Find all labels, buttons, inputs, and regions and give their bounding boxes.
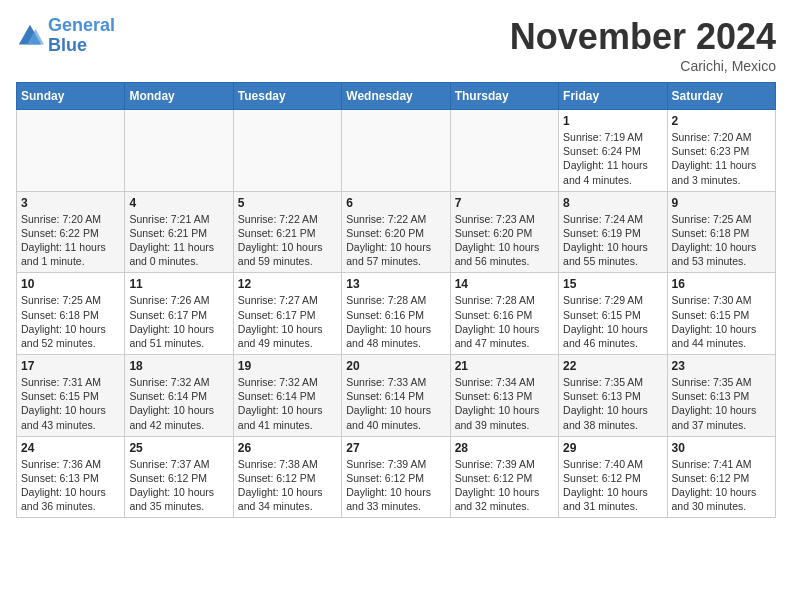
day-info: Sunrise: 7:31 AM Sunset: 6:15 PM Dayligh…: [21, 375, 120, 432]
day-info: Sunrise: 7:34 AM Sunset: 6:13 PM Dayligh…: [455, 375, 554, 432]
calendar-cell: 22Sunrise: 7:35 AM Sunset: 6:13 PM Dayli…: [559, 355, 667, 437]
calendar-cell: 11Sunrise: 7:26 AM Sunset: 6:17 PM Dayli…: [125, 273, 233, 355]
calendar-cell: 10Sunrise: 7:25 AM Sunset: 6:18 PM Dayli…: [17, 273, 125, 355]
day-number: 11: [129, 277, 228, 291]
day-info: Sunrise: 7:25 AM Sunset: 6:18 PM Dayligh…: [672, 212, 771, 269]
day-info: Sunrise: 7:20 AM Sunset: 6:23 PM Dayligh…: [672, 130, 771, 187]
day-number: 8: [563, 196, 662, 210]
day-info: Sunrise: 7:32 AM Sunset: 6:14 PM Dayligh…: [238, 375, 337, 432]
day-info: Sunrise: 7:32 AM Sunset: 6:14 PM Dayligh…: [129, 375, 228, 432]
day-number: 2: [672, 114, 771, 128]
weekday-header-monday: Monday: [125, 83, 233, 110]
calendar-cell: [342, 110, 450, 192]
calendar-cell: 1Sunrise: 7:19 AM Sunset: 6:24 PM Daylig…: [559, 110, 667, 192]
logo-icon: [16, 22, 44, 50]
calendar-week-row: 3Sunrise: 7:20 AM Sunset: 6:22 PM Daylig…: [17, 191, 776, 273]
day-number: 9: [672, 196, 771, 210]
calendar-cell: 17Sunrise: 7:31 AM Sunset: 6:15 PM Dayli…: [17, 355, 125, 437]
calendar-cell: 2Sunrise: 7:20 AM Sunset: 6:23 PM Daylig…: [667, 110, 775, 192]
day-info: Sunrise: 7:21 AM Sunset: 6:21 PM Dayligh…: [129, 212, 228, 269]
calendar-cell: 21Sunrise: 7:34 AM Sunset: 6:13 PM Dayli…: [450, 355, 558, 437]
location: Carichi, Mexico: [510, 58, 776, 74]
day-number: 26: [238, 441, 337, 455]
weekday-header-friday: Friday: [559, 83, 667, 110]
day-number: 5: [238, 196, 337, 210]
day-number: 1: [563, 114, 662, 128]
day-info: Sunrise: 7:23 AM Sunset: 6:20 PM Dayligh…: [455, 212, 554, 269]
day-number: 4: [129, 196, 228, 210]
calendar-cell: 24Sunrise: 7:36 AM Sunset: 6:13 PM Dayli…: [17, 436, 125, 518]
calendar-cell: 30Sunrise: 7:41 AM Sunset: 6:12 PM Dayli…: [667, 436, 775, 518]
calendar-cell: [125, 110, 233, 192]
day-info: Sunrise: 7:22 AM Sunset: 6:20 PM Dayligh…: [346, 212, 445, 269]
day-number: 10: [21, 277, 120, 291]
calendar-cell: [450, 110, 558, 192]
day-info: Sunrise: 7:25 AM Sunset: 6:18 PM Dayligh…: [21, 293, 120, 350]
day-number: 18: [129, 359, 228, 373]
day-number: 23: [672, 359, 771, 373]
month-title: November 2024: [510, 16, 776, 58]
day-number: 15: [563, 277, 662, 291]
day-number: 22: [563, 359, 662, 373]
calendar-week-row: 10Sunrise: 7:25 AM Sunset: 6:18 PM Dayli…: [17, 273, 776, 355]
calendar-cell: 12Sunrise: 7:27 AM Sunset: 6:17 PM Dayli…: [233, 273, 341, 355]
weekday-header-tuesday: Tuesday: [233, 83, 341, 110]
calendar-cell: 4Sunrise: 7:21 AM Sunset: 6:21 PM Daylig…: [125, 191, 233, 273]
day-info: Sunrise: 7:22 AM Sunset: 6:21 PM Dayligh…: [238, 212, 337, 269]
day-info: Sunrise: 7:27 AM Sunset: 6:17 PM Dayligh…: [238, 293, 337, 350]
calendar-cell: 19Sunrise: 7:32 AM Sunset: 6:14 PM Dayli…: [233, 355, 341, 437]
calendar-cell: 8Sunrise: 7:24 AM Sunset: 6:19 PM Daylig…: [559, 191, 667, 273]
day-number: 17: [21, 359, 120, 373]
day-info: Sunrise: 7:35 AM Sunset: 6:13 PM Dayligh…: [672, 375, 771, 432]
day-number: 28: [455, 441, 554, 455]
day-number: 14: [455, 277, 554, 291]
day-number: 6: [346, 196, 445, 210]
day-number: 7: [455, 196, 554, 210]
calendar-cell: 28Sunrise: 7:39 AM Sunset: 6:12 PM Dayli…: [450, 436, 558, 518]
calendar-cell: [233, 110, 341, 192]
day-number: 20: [346, 359, 445, 373]
logo-line1: General: [48, 15, 115, 35]
calendar-cell: 3Sunrise: 7:20 AM Sunset: 6:22 PM Daylig…: [17, 191, 125, 273]
calendar: SundayMondayTuesdayWednesdayThursdayFrid…: [16, 82, 776, 518]
day-info: Sunrise: 7:37 AM Sunset: 6:12 PM Dayligh…: [129, 457, 228, 514]
day-info: Sunrise: 7:39 AM Sunset: 6:12 PM Dayligh…: [455, 457, 554, 514]
calendar-cell: 7Sunrise: 7:23 AM Sunset: 6:20 PM Daylig…: [450, 191, 558, 273]
weekday-header-sunday: Sunday: [17, 83, 125, 110]
calendar-cell: 14Sunrise: 7:28 AM Sunset: 6:16 PM Dayli…: [450, 273, 558, 355]
day-info: Sunrise: 7:35 AM Sunset: 6:13 PM Dayligh…: [563, 375, 662, 432]
day-number: 30: [672, 441, 771, 455]
weekday-header-wednesday: Wednesday: [342, 83, 450, 110]
logo-text: General Blue: [48, 16, 115, 56]
calendar-week-row: 17Sunrise: 7:31 AM Sunset: 6:15 PM Dayli…: [17, 355, 776, 437]
day-number: 16: [672, 277, 771, 291]
calendar-cell: 5Sunrise: 7:22 AM Sunset: 6:21 PM Daylig…: [233, 191, 341, 273]
calendar-cell: 9Sunrise: 7:25 AM Sunset: 6:18 PM Daylig…: [667, 191, 775, 273]
calendar-cell: 13Sunrise: 7:28 AM Sunset: 6:16 PM Dayli…: [342, 273, 450, 355]
calendar-cell: 20Sunrise: 7:33 AM Sunset: 6:14 PM Dayli…: [342, 355, 450, 437]
day-info: Sunrise: 7:28 AM Sunset: 6:16 PM Dayligh…: [346, 293, 445, 350]
day-info: Sunrise: 7:24 AM Sunset: 6:19 PM Dayligh…: [563, 212, 662, 269]
calendar-cell: 29Sunrise: 7:40 AM Sunset: 6:12 PM Dayli…: [559, 436, 667, 518]
calendar-cell: [17, 110, 125, 192]
day-number: 25: [129, 441, 228, 455]
day-number: 29: [563, 441, 662, 455]
day-info: Sunrise: 7:28 AM Sunset: 6:16 PM Dayligh…: [455, 293, 554, 350]
day-number: 13: [346, 277, 445, 291]
day-info: Sunrise: 7:20 AM Sunset: 6:22 PM Dayligh…: [21, 212, 120, 269]
calendar-cell: 6Sunrise: 7:22 AM Sunset: 6:20 PM Daylig…: [342, 191, 450, 273]
day-number: 12: [238, 277, 337, 291]
calendar-cell: 18Sunrise: 7:32 AM Sunset: 6:14 PM Dayli…: [125, 355, 233, 437]
day-info: Sunrise: 7:29 AM Sunset: 6:15 PM Dayligh…: [563, 293, 662, 350]
weekday-header-thursday: Thursday: [450, 83, 558, 110]
calendar-cell: 23Sunrise: 7:35 AM Sunset: 6:13 PM Dayli…: [667, 355, 775, 437]
day-info: Sunrise: 7:41 AM Sunset: 6:12 PM Dayligh…: [672, 457, 771, 514]
day-info: Sunrise: 7:38 AM Sunset: 6:12 PM Dayligh…: [238, 457, 337, 514]
day-info: Sunrise: 7:26 AM Sunset: 6:17 PM Dayligh…: [129, 293, 228, 350]
calendar-cell: 27Sunrise: 7:39 AM Sunset: 6:12 PM Dayli…: [342, 436, 450, 518]
day-number: 19: [238, 359, 337, 373]
calendar-week-row: 24Sunrise: 7:36 AM Sunset: 6:13 PM Dayli…: [17, 436, 776, 518]
day-info: Sunrise: 7:39 AM Sunset: 6:12 PM Dayligh…: [346, 457, 445, 514]
title-area: November 2024 Carichi, Mexico: [510, 16, 776, 74]
weekday-header-saturday: Saturday: [667, 83, 775, 110]
